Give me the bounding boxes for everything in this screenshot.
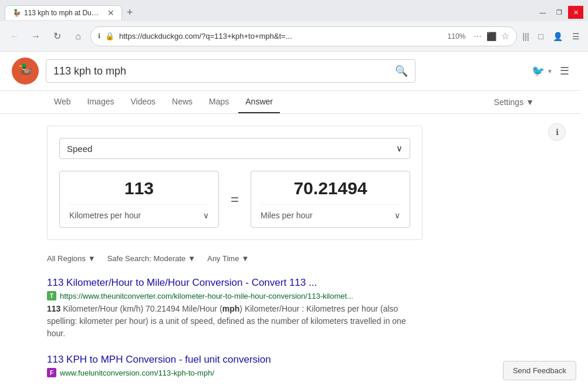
info-icon: ℹ <box>556 127 559 137</box>
more-options-icon[interactable]: ··· <box>474 31 481 42</box>
search-input[interactable] <box>53 65 390 77</box>
main-content: ℹ Speed ∨ 113 Kilometres per hour ∨ <box>0 114 581 392</box>
equals-sign: = <box>231 191 239 208</box>
safe-search-filter[interactable]: Safe Search: Moderate ▼ <box>107 252 196 265</box>
forward-button[interactable]: → <box>27 28 45 45</box>
converter-to-value[interactable]: 70.21494 <box>261 178 400 198</box>
result-1-url-row: T https://www.theunitconverter.com/kilom… <box>47 291 423 300</box>
pocket-icon[interactable]: ⬛ <box>486 32 496 41</box>
zoom-level[interactable]: 110% <box>444 31 469 42</box>
converter-from-unit-select[interactable]: Kilometres per hour ∨ <box>69 204 209 220</box>
search-result-1: 113 Kilometer/Hour to Mile/Hour Conversi… <box>47 277 423 340</box>
reload-button[interactable]: ↻ <box>48 28 66 45</box>
account-button[interactable]: 👤 <box>550 29 565 43</box>
menu-button[interactable]: ☰ <box>570 29 582 43</box>
result-2-title[interactable]: 113 KPH to MPH Conversion - fuel unit co… <box>47 354 423 366</box>
send-feedback-button[interactable]: Send Feedback <box>503 361 576 380</box>
converter-to-group: 70.21494 Miles per hour ∨ <box>251 171 410 228</box>
info-button[interactable]: ℹ <box>548 123 566 141</box>
filter-bar: All Regions ▼ Safe Search: Moderate ▼ An… <box>47 252 534 265</box>
nav-item-images[interactable]: Images <box>80 91 121 113</box>
converter-type-select[interactable]: Speed ∨ <box>59 138 410 159</box>
ddg-nav: Web Images Videos News Maps Answer Setti… <box>0 91 581 114</box>
close-button[interactable]: ✕ <box>568 6 583 19</box>
result-1-snippet: 113 Kilometer/Hour (km/h) 70.21494 Mile/… <box>47 303 423 340</box>
nav-item-maps[interactable]: Maps <box>202 91 236 113</box>
region-filter[interactable]: All Regions ▼ <box>47 252 96 265</box>
result-1-title[interactable]: 113 Kilometer/Hour to Mile/Hour Conversi… <box>47 277 423 289</box>
nav-item-news[interactable]: News <box>165 91 200 113</box>
settings-label: Settings <box>494 97 524 107</box>
security-info-icon: ℹ <box>98 32 100 40</box>
converter-type-label: Speed <box>67 144 92 154</box>
active-tab[interactable]: 🦆 113 kph to mph at DuckDuckG... ✕ <box>5 5 122 20</box>
safe-search-label: Safe Search: Moderate <box>107 254 186 263</box>
restore-button[interactable]: ❐ <box>552 6 567 19</box>
tab-title: 113 kph to mph at DuckDuckG... <box>24 9 102 17</box>
time-filter[interactable]: Any Time ▼ <box>207 252 249 265</box>
converter-to-chevron: ∨ <box>394 211 400 220</box>
history-sidebar-button[interactable]: ||| <box>521 29 532 43</box>
time-chevron-icon: ▼ <box>241 254 249 263</box>
converter-widget: Speed ∨ 113 Kilometres per hour ∨ = 70.2… <box>47 126 423 240</box>
page-content: 🦆 🔍 🐦 ▼ ☰ Web Images Videos News Maps An… <box>0 52 581 392</box>
twitter-button[interactable]: 🐦 ▼ <box>532 65 553 77</box>
converter-row: 113 Kilometres per hour ∨ = 70.21494 Mil… <box>59 171 410 228</box>
address-bar[interactable]: ℹ 🔒 https://duckduckgo.com/?q=113+kph+to… <box>90 26 517 46</box>
home-button[interactable]: ⌂ <box>69 28 87 45</box>
header-right: 🐦 ▼ ☰ <box>532 65 569 77</box>
result-1-url: https://www.theunitconverter.com/kilomet… <box>60 292 353 300</box>
converter-to-unit-select[interactable]: Miles per hour ∨ <box>261 204 400 220</box>
result-1-favicon: T <box>47 291 56 300</box>
url-text: https://duckduckgo.com/?q=113+kph+to+mph… <box>119 32 440 40</box>
minimize-button[interactable]: — <box>535 6 550 19</box>
converter-from-chevron: ∨ <box>203 211 209 220</box>
search-submit-icon[interactable]: 🔍 <box>395 65 408 77</box>
nav-item-answer[interactable]: Answer <box>238 91 280 113</box>
toolbar-right: ||| □ 👤 ☰ <box>521 29 582 43</box>
title-bar: 🦆 113 kph to mph at DuckDuckG... ✕ + — ❐… <box>0 0 588 21</box>
ddg-menu-icon[interactable]: ☰ <box>560 65 569 77</box>
snippet-bold-2: mph <box>222 304 240 313</box>
ddg-header: 🦆 🔍 🐦 ▼ ☰ <box>0 52 581 91</box>
converter-to-unit-label: Miles per hour <box>261 211 313 220</box>
twitter-icon: 🐦 <box>532 65 545 77</box>
settings-dropdown[interactable]: Settings ▼ <box>494 97 534 107</box>
safe-search-chevron-icon: ▼ <box>188 254 195 263</box>
toolbar: ← → ↻ ⌂ ℹ 🔒 https://duckduckgo.com/?q=11… <box>0 21 588 52</box>
nav-item-videos[interactable]: Videos <box>123 91 163 113</box>
snippet-text-1: Kilometer/Hour (km/h) 70.21494 Mile/Hour… <box>60 304 222 313</box>
search-result-2: 113 KPH to MPH Conversion - fuel unit co… <box>47 354 423 377</box>
nav-item-web[interactable]: Web <box>47 91 78 113</box>
twitter-dropdown-icon[interactable]: ▼ <box>547 68 553 75</box>
window-controls: — ❐ ✕ <box>535 6 583 19</box>
search-box[interactable]: 🔍 <box>46 59 415 83</box>
tab-close-button[interactable]: ✕ <box>107 8 114 18</box>
region-label: All Regions <box>47 254 86 263</box>
ddg-logo: 🦆 <box>12 58 39 85</box>
snippet-bold-1: 113 <box>47 304 60 313</box>
converter-type-chevron: ∨ <box>396 143 403 154</box>
ddg-logo-icon: 🦆 <box>18 63 33 79</box>
result-2-url: www.fuelunitconversion.com/113-kph-to-mp… <box>60 369 214 377</box>
back-button[interactable]: ← <box>6 28 23 45</box>
bookmark-icon[interactable]: ☆ <box>501 31 509 42</box>
result-2-favicon: F <box>47 368 56 377</box>
tab-favicon: 🦆 <box>12 9 21 17</box>
result-2-url-row: F www.fuelunitconversion.com/113-kph-to-… <box>47 368 423 377</box>
converter-from-group: 113 Kilometres per hour ∨ <box>59 171 219 228</box>
https-lock-icon: 🔒 <box>105 32 114 40</box>
region-chevron-icon: ▼ <box>88 254 96 263</box>
time-label: Any Time <box>207 254 239 263</box>
reader-mode-button[interactable]: □ <box>536 29 546 43</box>
converter-from-value[interactable]: 113 <box>69 178 209 198</box>
converter-from-unit-label: Kilometres per hour <box>69 211 141 220</box>
settings-chevron-icon: ▼ <box>526 97 534 107</box>
new-tab-button[interactable]: + <box>122 5 138 20</box>
